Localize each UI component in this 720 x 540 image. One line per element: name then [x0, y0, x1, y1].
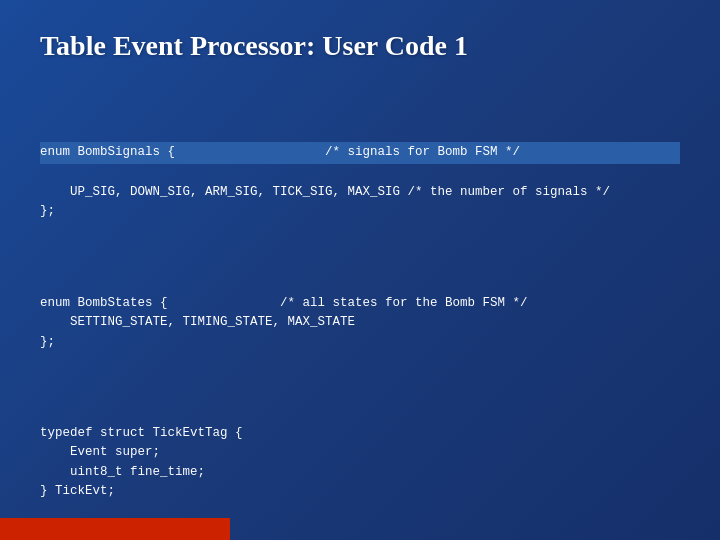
enum-bomb-states-section: enum BombStates { /* all states for the …	[40, 294, 680, 352]
enum-signals-line1: enum BombSignals { /* signals for Bomb F…	[40, 142, 680, 163]
enum-bomb-signals-section: enum BombSignals { /* signals for Bomb F…	[40, 142, 680, 222]
bottom-accent-bar	[0, 518, 230, 540]
typedef-tickevt-section: typedef struct TickEvtTag { Event super;…	[40, 424, 680, 502]
code-block: enum BombSignals { /* signals for Bomb F…	[40, 84, 680, 540]
slide-title: Table Event Processor: User Code 1	[40, 30, 680, 62]
slide: Table Event Processor: User Code 1 enum …	[0, 0, 720, 540]
